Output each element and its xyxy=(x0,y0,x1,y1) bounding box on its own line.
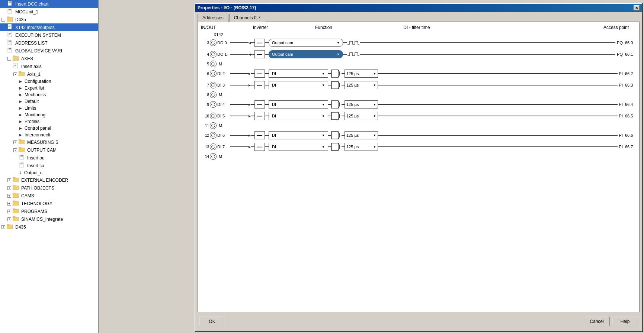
inverter-btn-do1[interactable]: — xyxy=(254,50,265,58)
tab-channels[interactable]: Channels 0-7 xyxy=(229,14,265,22)
sidebar-label-path: PATH OBJECTS xyxy=(21,185,54,191)
page-icon xyxy=(19,162,25,169)
expand-icon-programs[interactable]: + xyxy=(7,210,11,213)
filter-select-di6[interactable]: 125 µs ▼ xyxy=(345,131,378,139)
function-select-do1[interactable]: Output cam ▼ xyxy=(269,50,343,58)
pin-num-m4: 14 xyxy=(201,155,209,159)
expand-icon-output-cam[interactable]: - xyxy=(13,148,17,152)
inverter-btn-di6[interactable]: — xyxy=(254,131,265,139)
ok-button[interactable]: OK xyxy=(199,317,225,326)
filter-select-di4[interactable]: 125 µs ▼ xyxy=(345,100,378,109)
sidebar-item-mechanics[interactable]: ▶Mechanics xyxy=(0,91,98,98)
sidebar-item-measuring[interactable]: +MEASURING S xyxy=(0,138,98,146)
sidebar-item-output-cam[interactable]: -OUTPUT CAM xyxy=(0,146,98,154)
filter-select-di3[interactable]: 125 µs ▼ xyxy=(345,81,378,89)
filter-select-di2[interactable]: 125 µs ▼ xyxy=(345,69,378,78)
page-icon xyxy=(19,155,25,161)
function-select-di3[interactable]: DI ▼ xyxy=(269,81,328,89)
sidebar-item-output-c[interactable]: ♩Output_c xyxy=(0,169,98,176)
svg-rect-41 xyxy=(20,157,22,157)
sidebar-item-axis1[interactable]: -Axis_1 xyxy=(0,70,98,78)
sidebar-item-profiles[interactable]: ▶Profiles xyxy=(0,118,98,125)
svg-rect-8 xyxy=(7,17,13,22)
expand-icon-technology[interactable]: + xyxy=(7,202,11,206)
sidebar-item-d435[interactable]: +D435 xyxy=(0,223,98,231)
sidebar-item-mccunit1[interactable]: MCCUnit_1 xyxy=(0,8,98,16)
sidebar-item-axes[interactable]: -AXES xyxy=(0,55,98,62)
access-num-di7: 66.7 xyxy=(623,145,636,149)
dialog-close-button[interactable]: ✕ xyxy=(634,5,640,10)
function-select-do0[interactable]: Output cam ▼ xyxy=(269,39,343,47)
expand-icon-d425[interactable]: - xyxy=(1,18,5,22)
inverter-btn-di4[interactable]: — xyxy=(254,100,265,109)
sidebar-item-global[interactable]: GLOBAL DEVICE VARI xyxy=(0,47,98,55)
sidebar-label-interconnect: Interconnecti xyxy=(25,132,50,138)
sidebar-item-insert-axis[interactable]: Insert axis xyxy=(0,62,98,70)
pin-circle-di6 xyxy=(210,132,217,139)
expand-icon-d435[interactable]: + xyxy=(1,225,5,229)
expand-icon-path[interactable]: + xyxy=(7,186,11,190)
function-select-di5[interactable]: DI ▼ xyxy=(269,112,328,120)
sidebar-item-insert-ca[interactable]: Insert ca xyxy=(0,162,98,169)
io-row-di3: 7 DI 3 ▶ — DI ▼ 125 µs ▼ xyxy=(201,80,636,90)
sidebar-item-control[interactable]: ▶Control panel xyxy=(0,125,98,132)
cancel-button[interactable]: Cancel xyxy=(584,317,610,326)
function-select-di2[interactable]: DI ▼ xyxy=(269,69,328,78)
sidebar-item-d425[interactable]: -D425 xyxy=(0,16,98,23)
sidebar-item-programs[interactable]: +PROGRAMS xyxy=(0,207,98,215)
svg-rect-36 xyxy=(19,148,25,152)
sidebar-item-path[interactable]: +PATH OBJECTS xyxy=(0,184,98,192)
expand-icon-external[interactable]: + xyxy=(7,178,11,182)
function-select-di7[interactable]: DI ▼ xyxy=(269,143,328,151)
help-button[interactable]: Help xyxy=(612,317,638,326)
sidebar-item-address[interactable]: ADDRESS LIST xyxy=(0,39,98,47)
sidebar-item-interconnect[interactable]: ▶Interconnecti xyxy=(0,132,98,138)
inverter-btn-do0[interactable]: — xyxy=(254,39,265,47)
inverter-btn-di2[interactable]: — xyxy=(254,69,265,78)
pin-circle-m1 xyxy=(210,61,217,67)
filter-select-di5[interactable]: 125 µs ▼ xyxy=(345,112,378,120)
sidebar-label-d435: D435 xyxy=(15,224,26,230)
inverter-btn-di3[interactable]: — xyxy=(254,81,265,89)
svg-rect-25 xyxy=(9,50,10,50)
expand-icon-sinamics[interactable]: + xyxy=(7,217,11,221)
header-function: Function xyxy=(283,25,365,30)
sidebar-item-insert-dcc[interactable]: Insert DCC chart xyxy=(0,0,98,8)
filter-select-di7[interactable]: 125 µs ▼ xyxy=(345,143,378,151)
pin-num-di5: 10 xyxy=(201,114,209,118)
inverter-btn-di7[interactable]: — xyxy=(254,143,265,151)
inverter-btn-di5[interactable]: — xyxy=(254,112,265,120)
sidebar-item-x142[interactable]: X142 inputs/outputs xyxy=(0,23,98,31)
tab-addresses[interactable]: Addresses xyxy=(198,14,228,22)
folder-icon xyxy=(13,193,19,199)
expand-icon-axis1[interactable]: - xyxy=(13,72,17,76)
sublabel-di3: DI 3 xyxy=(217,83,229,87)
expand-icon-measuring[interactable]: + xyxy=(13,140,17,144)
sidebar-item-cams[interactable]: +CAMS xyxy=(0,192,98,200)
threshold-symbol-di4 xyxy=(331,100,342,109)
sidebar-item-insert-ou[interactable]: Insert ou xyxy=(0,154,98,162)
sidebar-item-default[interactable]: ▶Default xyxy=(0,98,98,105)
pin-circle-di3 xyxy=(210,82,217,88)
expand-icon-axes[interactable]: - xyxy=(7,57,11,61)
svg-rect-60 xyxy=(331,70,338,77)
expand-icon-cams[interactable]: + xyxy=(7,194,11,198)
sidebar-item-expert[interactable]: ▶Expert list xyxy=(0,85,98,91)
main-area: Properties - I/O - (RO/S2.17) ✕ Addresse… xyxy=(99,0,644,333)
svg-rect-44 xyxy=(20,164,23,164)
svg-rect-31 xyxy=(15,65,16,66)
sidebar-item-configuration[interactable]: ▶Configuration xyxy=(0,78,98,85)
sidebar-item-monitoring[interactable]: ▶Monitoring xyxy=(0,111,98,118)
page-icon xyxy=(7,24,13,30)
sidebar-label-monitoring: Monitoring xyxy=(25,112,45,117)
sidebar-item-execution[interactable]: EXECUTION SYSTEM xyxy=(0,31,98,39)
sidebar-item-limits[interactable]: ▶Limits xyxy=(0,105,98,111)
sidebar-item-external[interactable]: +EXTERNAL ENCODER xyxy=(0,176,98,184)
folder-icon xyxy=(19,139,25,145)
sidebar-item-technology[interactable]: +TECHNOLOGY xyxy=(0,200,98,207)
function-select-di4[interactable]: DI ▼ xyxy=(269,100,328,109)
svg-rect-49 xyxy=(13,185,15,186)
dialog-titlebar: Properties - I/O - (RO/S2.17) ✕ xyxy=(195,4,642,12)
sidebar-item-sinamics[interactable]: +SINAMICS_Integrate xyxy=(0,215,98,223)
function-select-di6[interactable]: DI ▼ xyxy=(269,131,328,139)
